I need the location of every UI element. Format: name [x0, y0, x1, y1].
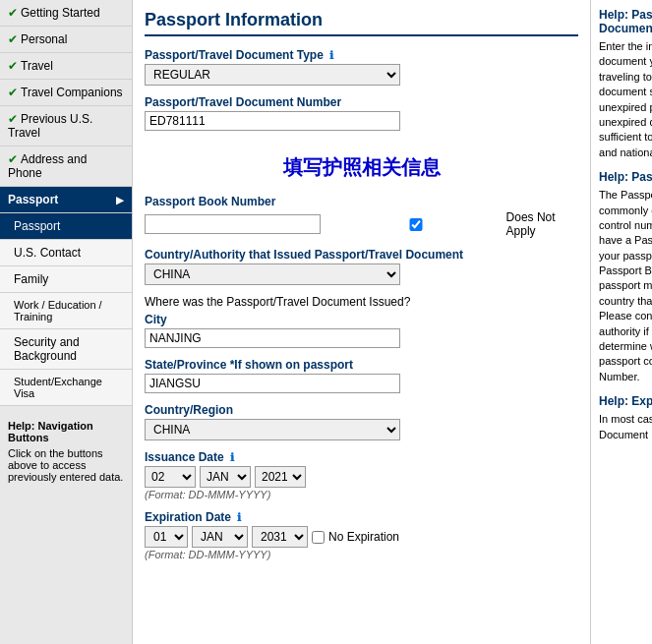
form-area: Passport Information Passport/Travel Doc… [133, 0, 590, 644]
help-expiration-title: Help: Expiration Date [599, 394, 652, 408]
expiration-date-info-icon[interactable]: ℹ [237, 511, 241, 523]
sidebar-item-address-and-phone[interactable]: ✔Address and Phone [0, 146, 132, 187]
sidebar: ✔Getting Started ✔Personal ✔Travel ✔Trav… [0, 0, 133, 644]
where-issued-question: Where was the Passport/Travel Document I… [145, 295, 578, 309]
sidebar-help-text: Click on the buttons above to access pre… [8, 447, 123, 483]
issuance-date-info-icon[interactable]: ℹ [230, 451, 234, 463]
page-title: Passport Information [145, 10, 578, 36]
passport-number-input[interactable] [145, 111, 400, 131]
state-section: State/Province *If shown on passport [145, 358, 578, 393]
sidebar-item-student-exchange-visa[interactable]: Student/Exchange Visa [0, 370, 132, 406]
passport-book-number-row: Does Not Apply [145, 210, 578, 238]
does-not-apply-checkbox[interactable] [328, 218, 504, 231]
country-region-label: Country/Region [145, 403, 578, 417]
sidebar-help-title: Help: Navigation Buttons [8, 420, 124, 443]
expiration-date-row: 010203 JANFEBMARAPRMAYJUNJULAUGSEPOCTNOV… [145, 526, 578, 548]
country-issued-label: Country/Authority that Issued Passport/T… [145, 248, 578, 262]
expiration-year-select[interactable]: 20312030203220292033 [252, 526, 308, 548]
does-not-apply-row: Does Not Apply [328, 210, 578, 238]
help-panel: Help: Passport/Travel Document Number En… [590, 0, 652, 644]
sidebar-item-personal[interactable]: ✔Personal [0, 27, 132, 53]
expiration-date-label: Expiration Date ℹ [145, 510, 578, 524]
no-expiration-label: No Expiration [328, 530, 399, 544]
sidebar-item-travel-companions[interactable]: ✔Travel Companions [0, 80, 132, 106]
passport-type-section: Passport/Travel Document Type ℹ REGULAR … [145, 48, 578, 86]
expiration-date-section: Expiration Date ℹ 010203 JANFEBMARAPRMAY… [145, 510, 578, 560]
issuance-date-label: Issuance Date ℹ [145, 450, 578, 464]
passport-type-select[interactable]: REGULAR OFFICIAL DIPLOMATIC OTHER [145, 64, 400, 86]
help-passport-number-text: Enter the information on the travel docu… [599, 39, 652, 160]
issuance-date-format: (Format: DD-MMM-YYYY) [145, 489, 578, 500]
state-label: State/Province *If shown on passport [145, 358, 578, 372]
issuance-date-row: 020103 JANFEBMARAPRMAYJUNJULAUGSEPOCTNOV… [145, 466, 578, 488]
expiration-day-select[interactable]: 010203 [145, 526, 188, 548]
sidebar-item-travel[interactable]: ✔Travel [0, 53, 132, 80]
passport-number-label: Passport/Travel Document Number [145, 95, 578, 109]
no-expiration-checkbox[interactable] [312, 531, 325, 544]
country-region-select[interactable]: CHINA UNITED STATES OTHER [145, 419, 400, 440]
city-label: City [145, 313, 578, 326]
sidebar-item-work-education[interactable]: Work / Education / Training [0, 293, 132, 329]
passport-book-number-input[interactable] [145, 214, 321, 234]
sidebar-item-previous-us-travel[interactable]: ✔Previous U.S. Travel [0, 106, 132, 146]
sidebar-item-family[interactable]: Family [0, 266, 132, 293]
help-passport-number-title: Help: Passport/Travel Document Number [599, 8, 652, 35]
city-section: City [145, 313, 578, 348]
issuance-year-select[interactable]: 20212020202220192018 [255, 466, 306, 488]
passport-type-label: Passport/Travel Document Type ℹ [145, 48, 578, 62]
sidebar-item-getting-started[interactable]: ✔Getting Started [0, 0, 132, 27]
sidebar-item-passport[interactable]: Passport [0, 213, 132, 240]
does-not-apply-label: Does Not Apply [506, 210, 578, 238]
passport-group-arrow: ▶ [116, 195, 124, 205]
country-issued-section: Country/Authority that Issued Passport/T… [145, 248, 578, 285]
help-passport-book-text: The Passport Book Number is commonly cal… [599, 188, 652, 384]
sidebar-help: Help: Navigation Buttons Click on the bu… [0, 412, 132, 491]
city-input[interactable] [145, 328, 400, 348]
help-expiration-text: In most cases your passport/Travel Docum… [599, 412, 652, 442]
passport-type-info-icon[interactable]: ℹ [329, 49, 333, 61]
passport-number-section: Passport/Travel Document Number [145, 95, 578, 131]
sidebar-item-us-contact[interactable]: U.S. Contact [0, 240, 132, 266]
sidebar-group-passport[interactable]: Passport ▶ [0, 187, 132, 213]
expiration-month-select[interactable]: JANFEBMARAPRMAYJUNJULAUGSEPOCTNOVDEC [192, 526, 248, 548]
passport-book-number-label: Passport Book Number [145, 195, 578, 208]
state-input[interactable] [145, 374, 400, 393]
sidebar-item-security-background[interactable]: Security and Background [0, 329, 132, 370]
passport-book-number-section: Passport Book Number Does Not Apply [145, 195, 578, 238]
help-passport-book-title: Help: Passport Book Number [599, 170, 652, 184]
issuance-day-select[interactable]: 020103 [145, 466, 196, 488]
expiration-date-format: (Format: DD-MMM-YYYY) [145, 549, 578, 560]
country-region-section: Country/Region CHINA UNITED STATES OTHER [145, 403, 578, 440]
issuance-date-section: Issuance Date ℹ 020103 JANFEBMARAPRMAYJU… [145, 450, 578, 500]
country-issued-select[interactable]: CHINA UNITED STATES OTHER [145, 263, 400, 285]
issuance-month-select[interactable]: JANFEBMARAPRMAYJUNJULAUGSEPOCTNOVDEC [200, 466, 251, 488]
chinese-instruction-text: 填写护照相关信息 [145, 141, 578, 195]
